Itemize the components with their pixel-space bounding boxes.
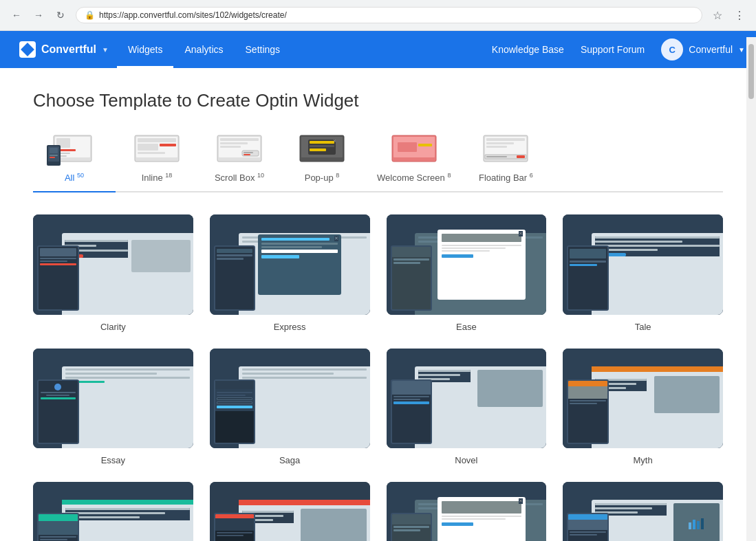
tab-floating-bar-label: Floating Bar 6 xyxy=(479,172,533,183)
svg-rect-30 xyxy=(310,148,326,151)
logo-chevron-icon: ▼ xyxy=(102,46,109,54)
svg-rect-23 xyxy=(244,152,253,153)
svg-rect-46 xyxy=(693,520,695,529)
svg-rect-35 xyxy=(418,144,432,146)
template-row3-3[interactable]: ✕ xyxy=(387,482,547,541)
template-ease[interactable]: ✕ Ease xyxy=(387,214,547,331)
svg-rect-15 xyxy=(160,144,176,146)
template-myth[interactable]: Myth xyxy=(563,349,723,465)
svg-rect-10 xyxy=(50,157,55,158)
tab-inline-icon xyxy=(129,131,184,166)
svg-rect-41 xyxy=(486,146,507,148)
browser-nav-buttons: ← → ↻ xyxy=(7,5,70,25)
svg-rect-40 xyxy=(486,142,514,144)
tab-popup[interactable]: ✕ Pop-up 8 xyxy=(281,131,363,191)
template-myth-name: Myth xyxy=(634,455,653,465)
template-myth-preview xyxy=(563,349,723,448)
template-novel-name: Novel xyxy=(455,455,477,465)
logo-diamond xyxy=(21,43,34,56)
svg-text:✕: ✕ xyxy=(333,139,336,143)
svg-rect-28 xyxy=(310,141,334,144)
template-grid-row3: ✕ xyxy=(33,482,723,541)
template-row3-1[interactable] xyxy=(33,482,193,541)
template-essay-name: Essay xyxy=(101,455,125,465)
tab-popup-label: Pop-up 8 xyxy=(305,172,340,183)
scrollbar[interactable] xyxy=(746,37,756,541)
tab-floating-bar-icon xyxy=(478,131,533,166)
navbar-right: Knowledge Base Support Forum C Convertfu… xyxy=(492,31,745,68)
template-essay[interactable]: Essay xyxy=(33,349,193,465)
scrollbar-thumb[interactable] xyxy=(748,44,754,99)
template-saga-preview xyxy=(210,349,370,448)
template-tale-name: Tale xyxy=(635,322,651,332)
knowledge-base-link[interactable]: Knowledge Base xyxy=(492,44,564,55)
template-express-preview: ✕ xyxy=(210,214,370,314)
template-tale[interactable]: Tale xyxy=(563,214,723,331)
menu-button[interactable]: ⋮ xyxy=(730,5,749,25)
reload-button[interactable]: ↻ xyxy=(51,5,70,25)
template-row3-2[interactable] xyxy=(210,482,370,541)
nav-settings[interactable]: Settings xyxy=(235,31,292,68)
tab-inline-label: Inline 18 xyxy=(142,172,173,183)
svg-rect-20 xyxy=(220,142,248,144)
template-row3-1-preview xyxy=(33,482,193,541)
main-content: Choose Template to Create Optin Widget xyxy=(0,68,756,541)
svg-rect-29 xyxy=(310,145,334,147)
svg-rect-48 xyxy=(701,518,704,529)
tab-all-icon xyxy=(47,131,102,166)
svg-rect-21 xyxy=(220,146,241,148)
template-clarity-preview xyxy=(33,214,193,314)
svg-rect-44 xyxy=(517,155,525,158)
svg-rect-43 xyxy=(486,156,507,157)
tab-all-label: All 50 xyxy=(65,172,84,183)
tab-floating-bar[interactable]: Floating Bar 6 xyxy=(464,131,547,191)
template-express[interactable]: ✕ Express xyxy=(210,214,370,331)
tab-all[interactable]: All 50 xyxy=(33,131,116,192)
template-novel[interactable]: Novel xyxy=(387,349,547,465)
svg-rect-47 xyxy=(697,521,700,529)
address-bar[interactable]: 🔒 https://app.convertful.com/sites/102/w… xyxy=(76,7,702,23)
template-row3-4-preview xyxy=(563,482,723,541)
navbar-nav: Widgets Analytics Settings xyxy=(117,31,291,68)
tab-welcome-screen-label: Welcome Screen 8 xyxy=(377,172,451,183)
nav-widgets[interactable]: Widgets xyxy=(117,31,174,68)
template-row3-3-preview: ✕ xyxy=(387,482,547,541)
svg-rect-19 xyxy=(220,138,259,141)
browser-actions: ☆ ⋮ xyxy=(708,5,749,25)
template-grid-row2: Essay xyxy=(33,349,723,465)
navbar: Convertful ▼ Widgets Analytics Settings … xyxy=(0,31,756,68)
page-title: Choose Template to Create Optin Widget xyxy=(33,90,723,111)
tab-scroll-box[interactable]: Scroll Box 10 xyxy=(198,131,281,191)
support-forum-link[interactable]: Support Forum xyxy=(581,44,645,55)
tab-welcome-screen-icon xyxy=(387,131,442,166)
avatar: C xyxy=(661,38,683,60)
forward-button[interactable]: → xyxy=(29,5,48,25)
tab-inline[interactable]: Inline 18 xyxy=(116,131,198,191)
svg-rect-36 xyxy=(418,148,429,150)
template-express-name: Express xyxy=(274,322,306,332)
svg-rect-45 xyxy=(689,522,691,529)
back-button[interactable]: ← xyxy=(7,5,26,25)
secure-icon: 🔒 xyxy=(85,10,95,20)
template-clarity[interactable]: Clarity xyxy=(33,214,193,331)
template-row3-2-preview xyxy=(210,482,370,541)
template-row3-4[interactable] xyxy=(563,482,723,541)
svg-rect-8 xyxy=(50,148,58,153)
account-menu[interactable]: C Convertful ▼ xyxy=(661,38,745,60)
template-ease-preview: ✕ xyxy=(387,214,547,314)
template-grid-row1: Clarity ✕ xyxy=(33,214,723,331)
logo-text: Convertful xyxy=(41,43,96,56)
template-saga-name: Saga xyxy=(279,455,300,465)
template-ease-name: Ease xyxy=(456,322,477,332)
template-tale-preview xyxy=(563,214,723,314)
logo-icon xyxy=(19,41,36,58)
nav-analytics[interactable]: Analytics xyxy=(173,31,234,68)
template-clarity-name: Clarity xyxy=(100,322,126,332)
svg-rect-39 xyxy=(486,138,525,141)
svg-rect-24 xyxy=(244,154,250,155)
template-saga[interactable]: Saga xyxy=(210,349,370,465)
account-chevron-icon: ▼ xyxy=(738,46,745,54)
tab-welcome-screen[interactable]: Welcome Screen 8 xyxy=(363,131,464,191)
bookmark-button[interactable]: ☆ xyxy=(708,5,727,25)
logo-area[interactable]: Convertful ▼ xyxy=(11,31,117,68)
